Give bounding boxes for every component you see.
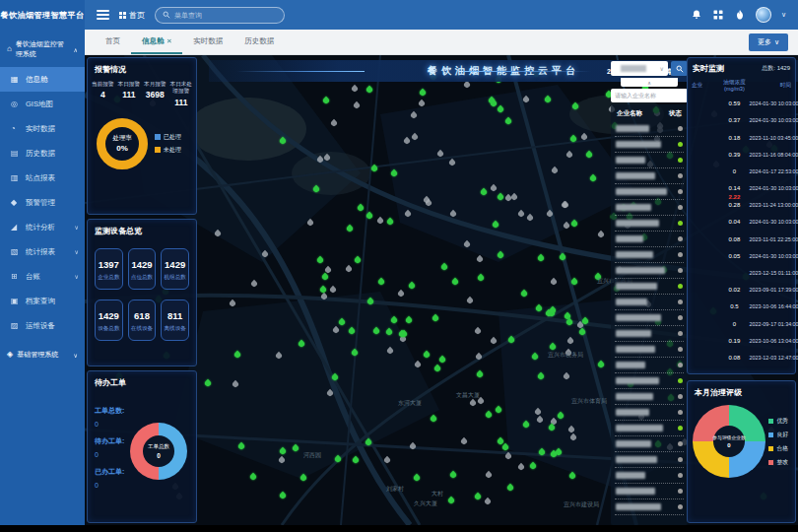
company-list-row[interactable]	[615, 436, 684, 452]
concentration-value: 0	[719, 321, 749, 327]
topbar-home-link[interactable]: 首页	[119, 10, 145, 21]
company-list-row[interactable]	[615, 373, 684, 389]
sidebar-item-gis-map[interactable]: ◎GIS地图	[0, 92, 85, 116]
concentration-value: 0.39	[719, 152, 749, 158]
sidebar-item-site-report[interactable]: ▥站点报表	[0, 166, 85, 190]
tab-label: 信息舱	[142, 36, 165, 46]
company-list-row[interactable]	[615, 389, 684, 405]
sidebar-item-alert-manage[interactable]: ◆预警管理	[0, 190, 85, 215]
reading-time: 2023-11-01 22:25:00	[750, 236, 791, 242]
company-list-header: 企业名称 状态	[615, 104, 684, 121]
company-list-row[interactable]	[615, 421, 684, 436]
company-name-input[interactable]	[615, 93, 684, 99]
redacted-company-name	[616, 299, 647, 305]
chevron-up-icon: ∧	[74, 46, 78, 53]
sidebar-item-archive-query[interactable]: ▣档案查询	[0, 289, 85, 313]
company-list-row[interactable]	[615, 232, 684, 247]
sidebar-item-device-ops[interactable]: ▨运维设备	[0, 313, 85, 338]
sidebar-item-stat-report[interactable]: ▧统计报表∨	[0, 239, 85, 264]
company-search-button[interactable]	[671, 61, 688, 76]
tab-信息舱[interactable]: 信息舱×	[131, 30, 182, 54]
company-select-dropdown[interactable]: ∨	[611, 61, 668, 76]
company-list-row[interactable]	[615, 310, 684, 326]
realtime-table-row[interactable]: 2.22 2023-12-15 01:11:00	[688, 264, 795, 281]
sidebar-item-ledger[interactable]: ⊞台账∨	[0, 264, 85, 289]
realtime-table-row[interactable]: 0 2024-01-17 22:53:00	[688, 163, 795, 179]
device-stat-card: 1429设备总数	[95, 299, 123, 341]
company-list-row[interactable]	[615, 279, 684, 295]
company-list-row[interactable]	[615, 200, 684, 216]
workorder-stat-value: 0	[95, 451, 124, 458]
company-list-row[interactable]	[615, 247, 684, 263]
status-dot-online	[678, 221, 683, 226]
map-place-label: 刘家村	[386, 485, 404, 494]
company-list-row[interactable]	[615, 452, 684, 468]
sidebar-group-base[interactable]: ◈ 基础管理系统 ∨	[0, 338, 85, 367]
app-root: 餐饮油烟管理智慧平台 ⌂ 餐饮油烟监控管理系统 ∧ ▦信息舱◎GIS地图◔实时数…	[0, 0, 798, 532]
company-list-row[interactable]	[615, 184, 684, 200]
company-list-row[interactable]	[615, 153, 684, 168]
menu-search-box[interactable]	[155, 7, 285, 24]
tab-首页[interactable]: 首页	[95, 30, 131, 54]
reading-time: 2023-12-03 12:47:00	[750, 355, 791, 361]
apps-grid-icon[interactable]	[712, 9, 724, 21]
more-button[interactable]: 更多 ∨	[749, 33, 788, 51]
realtime-table-row[interactable]: 0.37 2024-01-30 10:03:00	[688, 112, 795, 129]
company-list-row[interactable]	[615, 326, 684, 342]
sidebar-item-label: 站点报表	[26, 173, 55, 183]
tab-实时数据[interactable]: 实时数据	[182, 30, 233, 54]
company-list-row[interactable]	[615, 484, 684, 499]
realtime-table-row[interactable]: 0.18 2023-11-10 03:45:00	[688, 129, 795, 146]
company-list-row[interactable]	[615, 295, 684, 310]
history-data-icon: ▤	[11, 150, 21, 158]
realtime-table-row[interactable]: 0.39 2023-11-16 08:04:00	[688, 146, 795, 163]
chevron-down-icon[interactable]: ∨	[781, 11, 786, 19]
company-list-row[interactable]	[615, 263, 684, 279]
company-list-row[interactable]	[615, 137, 684, 153]
sidebar-item-label: 历史数据	[26, 149, 55, 159]
reading-time: 2023-12-15 01:11:00	[750, 270, 791, 276]
sidebar-item-dashboard[interactable]: ▦信息舱	[0, 67, 85, 92]
user-avatar[interactable]	[756, 7, 771, 23]
device-ops-icon: ▨	[11, 322, 21, 330]
workorder-panel-title: 待办工单	[88, 371, 196, 391]
company-name-search[interactable]	[611, 89, 688, 102]
map-place-label: 文昌大厦	[456, 391, 480, 400]
sidebar-item-realtime-data[interactable]: ◔实时数据	[0, 116, 85, 141]
sidebar-item-stat-analysis[interactable]: ◢统计分析∨	[0, 215, 85, 239]
map-place-label: 宜兴市建设局	[564, 500, 599, 509]
tab-历史数据[interactable]: 历史数据	[233, 30, 285, 54]
company-list-row[interactable]	[615, 342, 684, 358]
sidebar-item-history-data[interactable]: ▤历史数据	[0, 141, 85, 166]
company-list-row[interactable]	[615, 168, 684, 184]
realtime-table-row[interactable]: 0.59 2024-01-30 10:03:00	[688, 96, 795, 112]
alarm-stat: 本日未处理报警111	[168, 81, 195, 107]
topbar-home-label: 首页	[129, 10, 145, 21]
redacted-company-name	[616, 188, 667, 195]
reading-time: 2022-09-17 01:34:00	[750, 321, 791, 327]
redacted-company-name	[616, 488, 655, 495]
redacted-company-name	[616, 362, 645, 368]
search-icon	[676, 65, 684, 73]
reading-time: 2024-01-30 10:03:00	[750, 219, 791, 225]
map-place-label: 大村	[432, 490, 443, 499]
redacted-company-name	[616, 377, 659, 384]
collapse-panel-button[interactable]: ∧	[621, 78, 678, 87]
company-list-row[interactable]	[615, 468, 684, 484]
company-overlay: ∨ ∧ 企业名称 状态	[611, 61, 688, 525]
company-list-row[interactable]	[615, 121, 684, 137]
redacted-company-name	[616, 330, 651, 337]
alarm-stats: 当前报警4本日报警111本月报警3698本日未处理报警111	[88, 78, 196, 107]
alarm-panel: 报警情况 当前报警4本日报警111本月报警3698本日未处理报警111 处理率 …	[87, 57, 197, 215]
flame-icon[interactable]	[734, 9, 746, 21]
redacted-company-name	[616, 393, 653, 400]
menu-search-input[interactable]	[174, 12, 277, 19]
hamburger-menu-icon[interactable]	[97, 10, 109, 20]
close-icon[interactable]: ×	[167, 36, 172, 45]
company-list-row[interactable]	[615, 358, 684, 373]
company-list-row[interactable]	[615, 405, 684, 421]
company-list-row[interactable]	[615, 216, 684, 232]
sidebar-group-main[interactable]: ⌂ 餐饮油烟监控管理系统 ∧	[0, 30, 85, 67]
company-list-row[interactable]	[615, 499, 684, 515]
notification-bell-icon[interactable]	[691, 9, 702, 21]
